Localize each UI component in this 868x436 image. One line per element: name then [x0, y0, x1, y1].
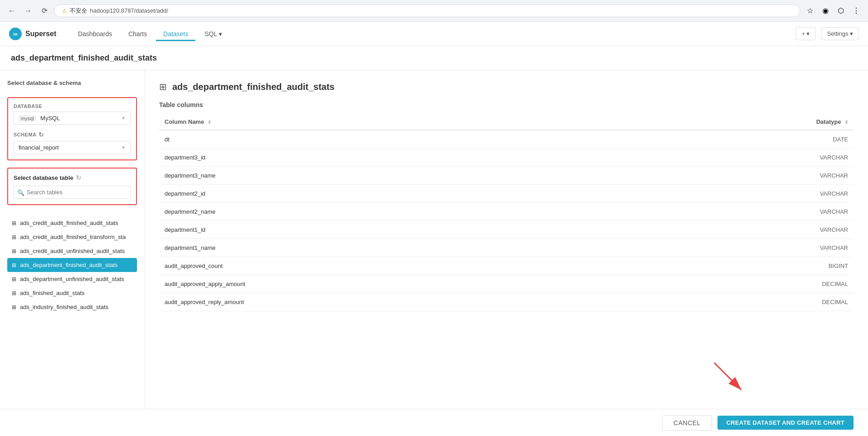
db-schema-section: DATABASE mysql MySQL ▼ SCHEMA ↻ financia…	[7, 97, 137, 160]
table-item-name-5: ads_finished_audit_stats	[20, 290, 85, 296]
table-list-item-5[interactable]: ⊞ ads_finished_audit_stats	[7, 286, 137, 300]
table-item-name-0: ads_credit_audit_finished_audit_stats	[20, 220, 118, 226]
nav-dashboards[interactable]: Dashboards	[71, 27, 119, 41]
search-input-wrap: 🔍	[14, 186, 131, 199]
footer: CANCEL CREATE DATASET AND CREATE CHART	[0, 409, 868, 409]
col-name-header: Column Name ⇕	[159, 114, 632, 130]
app-name: Superset	[25, 30, 56, 38]
forward-button[interactable]: →	[22, 5, 34, 17]
datatype-sort-icon[interactable]: ⇕	[844, 120, 848, 125]
table-row: department1_name VARCHAR	[159, 239, 854, 257]
profile-button[interactable]: ◉	[819, 5, 832, 17]
table-row: dt DATE	[159, 130, 854, 149]
col-name-cell: department3_name	[159, 167, 632, 185]
nav-datasets[interactable]: Datasets	[156, 27, 195, 41]
table-row: department3_id VARCHAR	[159, 149, 854, 167]
browser-actions: ☆ ◉ ⬡ ⋮	[804, 5, 863, 17]
col-datatype-cell: VARCHAR	[632, 149, 854, 167]
col-name-cell: department2_id	[159, 185, 632, 203]
table-list-item-4[interactable]: ⊞ ads_department_unfinished_audit_stats	[7, 272, 137, 286]
schema-select[interactable]: financial_report ▼	[14, 141, 131, 154]
browser-chrome: ← → ⟳ ⚠ 不安全 hadoop120:8787/dataset/add/ …	[0, 0, 868, 22]
col-name-cell: department1_id	[159, 221, 632, 239]
menu-button[interactable]: ⋮	[850, 5, 863, 17]
schema-label: SCHEMA ↻	[14, 131, 131, 138]
select-table-header: Select database table ↻	[14, 174, 131, 181]
schema-value: financial_report	[19, 144, 59, 151]
table-icon-0: ⊞	[12, 220, 16, 226]
table-icon-5: ⊞	[12, 290, 16, 296]
svg-line-1	[714, 363, 741, 390]
schema-chevron-icon: ▼	[121, 145, 126, 150]
table-icon-4: ⊞	[12, 276, 16, 282]
security-label: 不安全	[70, 7, 87, 15]
table-list-item[interactable]: ⊞ ads_credit_audit_finished_audit_stats	[7, 216, 137, 230]
table-item-name-4: ads_department_unfinished_audit_stats	[20, 276, 124, 282]
select-table-label: Select database table	[14, 174, 73, 181]
dataset-title: ads_department_finished_audit_stats	[172, 82, 335, 92]
col-datatype-cell: VARCHAR	[632, 185, 854, 203]
table-list-item-6[interactable]: ⊞ ads_industry_finished_audit_stats	[7, 300, 137, 314]
security-icon: ⚠	[62, 8, 67, 14]
col-name-cell: department1_name	[159, 239, 632, 257]
main-content: ⊞ ads_department_finished_audit_stats Ta…	[145, 70, 868, 409]
url-text: hadoop120:8787/dataset/add/	[90, 7, 168, 14]
table-list-item-2[interactable]: ⊞ ads_credit_audit_unfinished_audit_stat…	[7, 244, 137, 258]
col-datatype-header: Datatype ⇕	[632, 114, 854, 130]
logo-icon: ∞	[9, 28, 22, 40]
table-list-item-3[interactable]: ⊞ ads_department_finished_audit_stats	[7, 258, 137, 272]
dataset-header: ⊞ ads_department_finished_audit_stats	[159, 81, 854, 92]
columns-table: Column Name ⇕ Datatype ⇕ dt DATE departm…	[159, 114, 854, 311]
col-datatype-cell: VARCHAR	[632, 239, 854, 257]
table-icon-6: ⊞	[12, 304, 16, 310]
col-datatype-cell: DATE	[632, 130, 854, 149]
table-row: department2_id VARCHAR	[159, 185, 854, 203]
table-row: department1_id VARCHAR	[159, 221, 854, 239]
bookmark-button[interactable]: ☆	[804, 5, 816, 17]
settings-button[interactable]: Settings ▾	[821, 27, 859, 40]
search-input[interactable]	[14, 186, 131, 199]
sidebar: Select database & schema DATABASE mysql …	[0, 70, 145, 409]
table-icon-1: ⊞	[12, 234, 16, 240]
table-list-item-1[interactable]: ⊞ ads_credit_audit_finished_transform_st…	[7, 230, 137, 244]
table-icon-2: ⊞	[12, 248, 16, 254]
db-tag: mysql	[19, 115, 36, 122]
extension-button[interactable]: ⬡	[835, 5, 847, 17]
col-name-cell: department3_id	[159, 149, 632, 167]
main-layout: Select database & schema DATABASE mysql …	[0, 70, 868, 409]
page-title: ads_department_finished_audit_stats	[11, 53, 857, 63]
main-nav: Dashboards Charts Datasets SQL ▾	[71, 27, 229, 41]
col-datatype-cell: DECIMAL	[632, 275, 854, 293]
table-row: audit_approved_apply_amount DECIMAL	[159, 275, 854, 293]
col-datatype-cell: BIGINT	[632, 257, 854, 275]
sort-icon[interactable]: ⇕	[208, 120, 211, 125]
app-header: ∞ Superset Dashboards Charts Datasets SQ…	[0, 22, 868, 46]
table-row: audit_approved_count BIGINT	[159, 257, 854, 275]
sidebar-section-title: Select database & schema	[7, 80, 137, 86]
col-datatype-cell: VARCHAR	[632, 167, 854, 185]
chevron-down-icon: ▼	[121, 116, 126, 121]
add-button[interactable]: + ▾	[796, 27, 816, 40]
refresh-button[interactable]: ⟳	[38, 5, 51, 17]
nav-right: + ▾ Settings ▾	[796, 27, 859, 40]
table-item-name-6: ads_industry_finished_audit_stats	[20, 304, 108, 310]
page-title-bar: ads_department_finished_audit_stats	[0, 46, 868, 70]
database-select[interactable]: mysql MySQL ▼	[14, 112, 131, 125]
table-search-section: Select database table ↻ 🔍	[7, 168, 137, 205]
col-datatype-cell: VARCHAR	[632, 203, 854, 221]
col-datatype-cell: VARCHAR	[632, 221, 854, 239]
search-icon: 🔍	[17, 189, 24, 196]
schema-refresh-icon[interactable]: ↻	[38, 131, 44, 138]
table-refresh-icon[interactable]: ↻	[76, 174, 81, 181]
address-bar[interactable]: ⚠ 不安全 hadoop120:8787/dataset/add/	[54, 5, 800, 17]
table-item-name-1: ads_credit_audit_finished_transform_sta	[20, 234, 126, 240]
nav-sql[interactable]: SQL ▾	[197, 27, 229, 41]
database-value: MySQL	[40, 115, 60, 122]
col-name-cell: audit_approved_reply_amount	[159, 293, 632, 311]
table-item-name-2: ads_credit_audit_unfinished_audit_stats	[20, 248, 125, 254]
table-list: ⊞ ads_credit_audit_finished_audit_stats …	[7, 216, 137, 314]
nav-charts[interactable]: Charts	[121, 27, 154, 41]
table-icon-3: ⊞	[12, 262, 16, 268]
superset-logo: ∞ Superset	[9, 28, 56, 40]
back-button[interactable]: ←	[5, 5, 18, 17]
